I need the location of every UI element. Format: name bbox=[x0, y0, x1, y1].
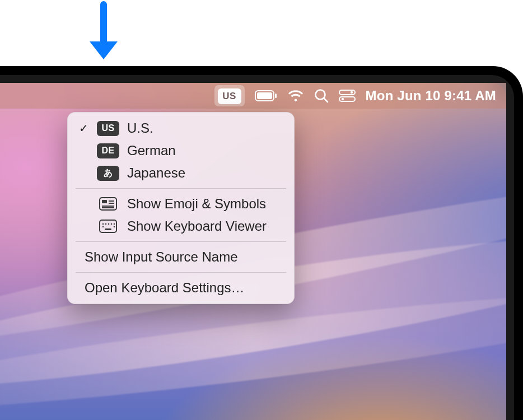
input-source-item-german[interactable]: ✓ DE German bbox=[68, 139, 294, 162]
svg-rect-10 bbox=[102, 200, 107, 203]
menu-item-label: Show Keyboard Viewer bbox=[127, 218, 284, 234]
menu-item-label: Show Emoji & Symbols bbox=[127, 196, 284, 212]
svg-point-20 bbox=[114, 223, 115, 225]
svg-rect-1 bbox=[257, 92, 272, 99]
menu-bar-clock[interactable]: Mon Jun 10 9:41 AM bbox=[366, 88, 496, 104]
menu-separator bbox=[76, 272, 286, 273]
menu-item-show-input-source-name[interactable]: Show Input Source Name bbox=[68, 246, 294, 268]
menu-separator bbox=[76, 188, 286, 189]
svg-point-16 bbox=[102, 223, 104, 225]
menu-item-open-keyboard-settings[interactable]: Open Keyboard Settings… bbox=[68, 277, 294, 299]
input-source-label: U.S. bbox=[127, 120, 284, 136]
input-source-item-japanese[interactable]: ✓ あ Japanese bbox=[68, 162, 294, 184]
svg-point-8 bbox=[341, 98, 343, 100]
menu-item-show-emoji-symbols[interactable]: ✓ Show Emoji & Symbols bbox=[68, 193, 294, 215]
input-source-badge-de: DE bbox=[97, 143, 119, 158]
checkmark-icon: ✓ bbox=[78, 122, 89, 135]
input-source-badge: US bbox=[218, 88, 241, 104]
input-menu-trigger[interactable]: US bbox=[214, 85, 245, 106]
input-source-label: German bbox=[127, 143, 284, 158]
svg-point-22 bbox=[114, 226, 115, 228]
input-source-badge-us: US bbox=[97, 121, 119, 136]
svg-rect-23 bbox=[105, 228, 111, 230]
menu-item-show-keyboard-viewer[interactable]: ✓ Show bbox=[68, 215, 294, 237]
device-frame: US bbox=[0, 66, 523, 420]
svg-point-18 bbox=[108, 223, 110, 225]
annotation-arrow bbox=[90, 1, 118, 59]
input-source-label: Japanese bbox=[127, 165, 284, 181]
keyboard-viewer-icon bbox=[99, 220, 117, 233]
menu-bar: US bbox=[0, 83, 506, 109]
input-source-menu: ✓ US U.S. ✓ DE German ✓ あ Japanese ✓ bbox=[67, 112, 295, 304]
input-source-badge-ja: あ bbox=[97, 166, 119, 181]
svg-line-4 bbox=[324, 99, 328, 102]
svg-rect-2 bbox=[275, 94, 277, 98]
wifi-icon[interactable] bbox=[287, 90, 304, 102]
desktop-wallpaper: US bbox=[0, 83, 506, 420]
svg-point-17 bbox=[105, 223, 107, 225]
svg-point-19 bbox=[111, 223, 113, 225]
input-source-item-us[interactable]: ✓ US U.S. bbox=[68, 117, 294, 139]
battery-icon[interactable] bbox=[255, 90, 277, 101]
menu-separator bbox=[76, 241, 286, 242]
search-icon[interactable] bbox=[314, 88, 329, 103]
menu-item-label: Show Input Source Name bbox=[85, 249, 284, 265]
menu-item-label: Open Keyboard Settings… bbox=[85, 280, 284, 296]
svg-point-6 bbox=[350, 91, 352, 94]
svg-point-21 bbox=[102, 226, 104, 228]
control-center-icon[interactable] bbox=[339, 90, 356, 102]
emoji-symbols-icon bbox=[99, 197, 117, 211]
